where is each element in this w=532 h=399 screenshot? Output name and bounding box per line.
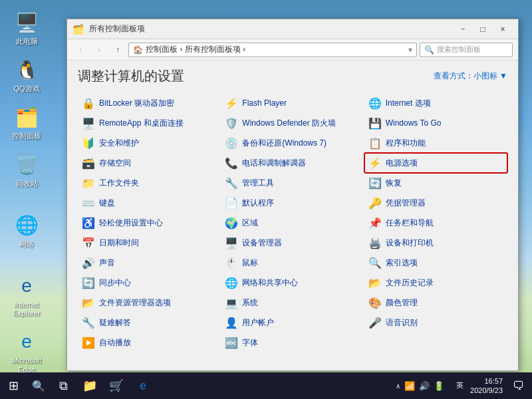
cp-item-security[interactable]: 🔰安全和维护 [78, 133, 221, 153]
sound-label: 声音 [99, 258, 115, 267]
taskbar-clock[interactable]: 16:57 2020/9/23 [470, 376, 508, 396]
cp-item-speech[interactable]: 🎤语音识别 [364, 313, 507, 332]
desktop-icon-edge[interactable]: e Microsoft Edge [3, 326, 51, 376]
ie-taskbar-icon: e [140, 379, 146, 393]
cp-item-taskbar[interactable]: 📌任务栏和导航 [364, 213, 507, 233]
cp-item-indexoptions[interactable]: 🔍索引选项 [364, 253, 507, 273]
recycle-icon: 🗑️ [13, 152, 40, 178]
notification-button[interactable]: 🗨 [511, 372, 527, 399]
desktop-icon-controlpanel[interactable]: 🗂️ 控制面板 [3, 101, 51, 143]
language-indicator[interactable]: 英 [452, 381, 467, 390]
cp-item-filemanager[interactable]: 📂文件资源管理器选项 [78, 293, 221, 313]
window-title-text: 所有控制面板项 [89, 23, 450, 35]
store-button[interactable]: 🛒 [103, 372, 130, 399]
cp-item-power[interactable]: ⚡电源选项 [364, 153, 507, 173]
cp-item-region[interactable]: 🌍区域 [221, 213, 364, 233]
forward-button[interactable]: › [91, 42, 107, 58]
cp-item-devmgr[interactable]: 🖥️设备管理器 [221, 233, 364, 253]
back-button[interactable]: ‹ [72, 42, 88, 58]
ie-taskbar-button[interactable]: e [130, 372, 156, 399]
file-explorer-button[interactable]: 📁 [76, 372, 103, 399]
network2-label: 网络和共享中心 [242, 278, 298, 287]
cp-item-defender[interactable]: 🛡️Windows Defender 防火墙 [221, 113, 364, 133]
view-selector[interactable]: 查看方式：小图标 ▼ [434, 70, 507, 82]
cp-item-recover[interactable]: 🔄恢复 [364, 173, 507, 193]
cp-item-devices[interactable]: 🖨️设备和打印机 [364, 233, 507, 253]
programs-icon: 📋 [368, 136, 382, 150]
tools-label: 管理工具 [242, 178, 274, 188]
task-view-button[interactable]: ⧉ [50, 372, 76, 399]
cp-item-windowstogo[interactable]: 💾Windows To Go [364, 113, 507, 133]
autoplay-icon: ▶️ [82, 336, 95, 349]
minimize-button[interactable]: － [453, 23, 473, 36]
cp-item-system[interactable]: 💻系统 [221, 293, 364, 313]
search-icon: 🔍 [424, 45, 434, 55]
cp-item-remoteapp[interactable]: 🖥️RemoteApp 和桌面连接 [78, 113, 221, 133]
search-box[interactable]: 🔍 搜索控制面板 [420, 43, 513, 57]
cp-item-flash[interactable]: ⚡Flash Player [221, 93, 364, 113]
tray-volume-icon[interactable]: 🔊 [419, 381, 430, 391]
cp-item-storage[interactable]: 🗃️存储空间 [78, 153, 221, 173]
cp-item-backup[interactable]: 💿备份和还原(Windows 7) [221, 133, 364, 153]
region-label: 区域 [242, 218, 258, 227]
window-title-icon: 🗂️ [72, 24, 84, 35]
desktop-icon-ie[interactable]: e Internet Explorer [3, 270, 51, 321]
cp-item-tools[interactable]: 🔧管理工具 [221, 173, 364, 193]
taskbar-search-button[interactable]: 🔍 [27, 372, 50, 399]
flash-label: Flash Player [242, 98, 287, 108]
cp-item-filehistory[interactable]: 📂文件历史记录 [364, 273, 507, 293]
desktop-icon-network[interactable]: 🌐 网络 [3, 209, 51, 251]
file-explorer-icon: 📁 [82, 378, 97, 393]
maximize-button[interactable]: □ [473, 23, 493, 36]
date-display: 2020/9/23 [470, 386, 503, 395]
power-icon: ⚡ [368, 156, 382, 170]
recover-label: 恢复 [386, 178, 402, 188]
cp-item-credentials[interactable]: 🔑凭据管理器 [364, 193, 507, 213]
start-button[interactable]: ⊞ [0, 372, 27, 399]
cp-header: 调整计算机的设置 查看方式：小图标 ▼ [67, 61, 518, 88]
cp-item-defaults[interactable]: 📄默认程序 [221, 193, 364, 213]
cp-item-datetime[interactable]: 📅日期和时间 [78, 233, 221, 253]
devices-label: 设备和打印机 [386, 238, 434, 247]
up-button[interactable]: ↑ [110, 42, 126, 58]
cp-item-synccenter[interactable]: 🔄同步中心 [78, 273, 221, 293]
close-button[interactable]: × [493, 23, 513, 36]
taskbar-icon: 📌 [368, 216, 382, 229]
tray-icons: ∧ 📶 🔊 🔋 [396, 381, 444, 391]
cp-item-sound[interactable]: 🔊声音 [78, 253, 221, 273]
desktop-icon-computer[interactable]: 🖥️ 此电脑 [3, 7, 51, 49]
useraccount-label: 用户帐户 [242, 318, 274, 327]
filemanager-label: 文件资源管理器选项 [99, 298, 171, 307]
cp-item-font[interactable]: 🔤字体 [221, 332, 364, 352]
address-path[interactable]: 🏠 控制面板 › 所有控制面板项 › ▾ [128, 43, 417, 57]
cp-item-easycenter[interactable]: ♿轻松使用设置中心 [78, 213, 221, 233]
cp-item-autoplay[interactable]: ▶️自动播放 [78, 332, 221, 352]
desktop-icon-qq[interactable]: 🐧 QQ游戏 [3, 54, 51, 96]
cp-item-network2[interactable]: 🌐网络和共享中心 [221, 273, 364, 293]
cp-item-bitlocker[interactable]: 🔒BitLocker 驱动器加密 [78, 93, 221, 113]
tray-network-icon[interactable]: 📶 [404, 381, 415, 391]
phone-icon: 📞 [225, 156, 238, 170]
cp-item-phone[interactable]: 📞电话和调制解调器 [221, 153, 364, 173]
cp-item-troubleshoot[interactable]: 🔧疑难解答 [78, 313, 221, 332]
storage-label: 存储空间 [99, 158, 131, 168]
speech-icon: 🎤 [368, 316, 382, 329]
cp-item-useraccount[interactable]: 👤用户帐户 [221, 313, 364, 332]
cp-item-workfolder[interactable]: 📁工作文件夹 [78, 173, 221, 193]
window-titlebar: 🗂️ 所有控制面板项 － □ × [67, 19, 518, 39]
tray-battery-icon[interactable]: 🔋 [434, 381, 444, 391]
autoplay-label: 自动播放 [99, 338, 131, 347]
cp-item-internet[interactable]: 🌐Internet 选项 [364, 93, 507, 113]
filehistory-label: 文件历史记录 [386, 278, 434, 287]
control-panel-window: 🗂️ 所有控制面板项 － □ × ‹ › ↑ 🏠 控制面板 › 所有控制面板项 … [66, 19, 519, 371]
cp-item-mouse[interactable]: 🖱️鼠标 [221, 253, 364, 273]
cp-item-colormgmt[interactable]: 🎨颜色管理 [364, 293, 507, 313]
cp-item-programs[interactable]: 📋程序和功能 [364, 133, 507, 153]
edge-label: Microsoft Edge [5, 356, 48, 374]
tray-expand-icon[interactable]: ∧ [396, 382, 400, 390]
desktop-icon-recycle[interactable]: 🗑️ 回收站 [3, 149, 51, 191]
computer-icon: 🖥️ [13, 9, 40, 36]
qq-label: QQ游戏 [13, 84, 39, 93]
cp-item-keyboard[interactable]: ⌨️键盘 [78, 193, 221, 213]
speech-label: 语音识别 [386, 318, 418, 327]
